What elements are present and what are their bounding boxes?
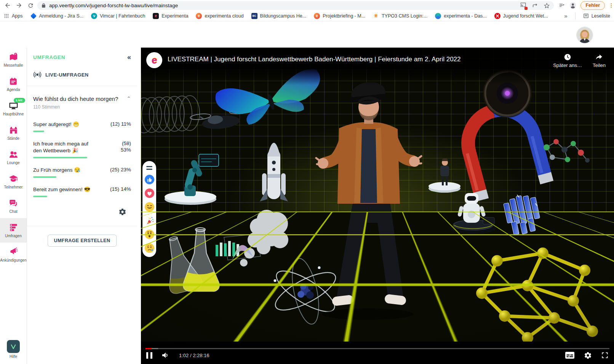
result-bar (33, 196, 47, 197)
tab-list-icon[interactable] (558, 2, 565, 8)
url-bar[interactable]: app.veertly.com/v/jugend-forscht-lw-bawu… (37, 1, 554, 10)
sidebar-item-staende[interactable]: Stände (0, 121, 27, 145)
wow-reaction-button[interactable] (144, 229, 155, 239)
bookmark-bildungscampus[interactable]: BCBildungscampus He... (251, 13, 307, 19)
scene-objects (141, 48, 614, 342)
polls-icon (9, 223, 18, 232)
like-reaction-button[interactable] (144, 174, 155, 185)
sad-reaction-button[interactable] (144, 243, 155, 253)
bookmark-star-icon[interactable] (544, 2, 550, 9)
share-button[interactable]: Teilen (593, 53, 606, 68)
booth-icon (9, 125, 18, 135)
lock-icon (41, 3, 46, 8)
settings-button[interactable] (584, 351, 592, 359)
collapse-panel-button[interactable]: « (127, 54, 131, 61)
sidebar-item-messehalle[interactable]: Messehalle (0, 48, 27, 72)
experimenta-cloud-favicon: e (196, 13, 202, 19)
sidebar-item-hauptbuehne[interactable]: LIVE Hauptbühne (0, 96, 27, 121)
robot-arm (165, 154, 219, 205)
clock-icon (563, 53, 572, 61)
navigation-rail: Messehalle Agenda LIVE Hauptbühne Stände… (0, 48, 27, 364)
flasks (158, 228, 219, 295)
bookmark-projektbriefing[interactable]: eProjektbriefing - M... (314, 13, 365, 19)
sidebar-item-teilnehmer[interactable]: Teilnehmer (0, 169, 27, 194)
reload-icon (27, 2, 34, 9)
volume-button[interactable] (161, 351, 170, 360)
experimenta-favicon: e (153, 13, 159, 19)
section-label: LIVE-UMFRAGEN (45, 72, 89, 78)
video-area: e LIVESTREAM | Jugend forscht Landeswett… (141, 48, 614, 364)
reading-list-button[interactable]: Leseliste (583, 13, 610, 19)
projektbriefing-favicon: e (314, 13, 320, 19)
poll-option[interactable]: Ich freue mich mega auf den Wettbewerb 🎉… (33, 140, 131, 158)
reactions-menu-icon[interactable] (146, 165, 152, 171)
sidebar-item-umfragen[interactable]: Umfragen (0, 218, 27, 243)
robot-rover (450, 193, 496, 234)
pause-button[interactable] (146, 352, 152, 359)
subtitles-button[interactable] (565, 351, 575, 359)
sidebar-item-chat[interactable]: Chat (0, 194, 27, 218)
webex-favicon (435, 13, 441, 19)
media-control-button[interactable] (520, 2, 526, 9)
app-header (0, 21, 614, 48)
people-icon (8, 150, 18, 159)
result-bar (33, 131, 44, 132)
megaphone-icon (8, 247, 18, 257)
reload-button[interactable] (26, 1, 35, 10)
back-button[interactable] (3, 1, 12, 10)
bookmark-typo3[interactable]: ✳TYPO3 CMS Login:... (373, 13, 427, 19)
party-reaction-button[interactable] (144, 216, 155, 226)
apps-label: Apps (12, 13, 23, 19)
bookmark-jugend-forscht[interactable]: Jugend forscht Wet... (494, 13, 548, 19)
chevron-up-icon[interactable]: ⌃ (126, 96, 131, 101)
laugh-reaction-button[interactable] (144, 202, 155, 212)
chrome-error-button[interactable]: Fehler (580, 1, 605, 10)
bookmark-experimenta[interactable]: eExperimenta (153, 13, 188, 19)
bookmark-experimenta-das[interactable]: experimenta - Das... (435, 13, 487, 19)
poll-option[interactable]: Super aufgeregt! 😬 (12)11% (33, 121, 131, 132)
veertly-logo-icon (7, 340, 20, 353)
create-poll-button[interactable]: UMFRAGE ERSTELLEN (48, 235, 117, 247)
bookmarks-separator (575, 13, 576, 19)
chrome-menu-button[interactable]: ⋮ (609, 5, 611, 6)
chat-icon (8, 198, 18, 208)
share-page-icon[interactable] (532, 2, 538, 9)
poll-option[interactable]: Bereit zum gewinnen! 😎 (15)14% (33, 186, 131, 197)
molecule (544, 139, 590, 163)
experimenta-logo-icon: e (152, 55, 157, 65)
poll-votes-count: 110 Stimmen (33, 104, 131, 110)
heart-reaction-button[interactable] (144, 188, 155, 198)
polls-panel: UMFRAGEN « LIVE-UMFRAGEN Wie fühlst du d… (27, 48, 137, 364)
bookmark-vimcar[interactable]: VVimcar | Fahrtenbuch (91, 13, 145, 19)
bookmarks-overflow-button[interactable]: » (564, 13, 567, 19)
bildungscampus-favicon: BC (251, 13, 257, 19)
video-player[interactable]: e LIVESTREAM | Jugend forscht Landeswett… (141, 48, 614, 342)
forward-button[interactable] (14, 1, 24, 10)
url-text: app.veertly.com/v/jugend-forscht-lw-bawu… (49, 3, 517, 8)
watch-later-button[interactable]: Später ans… (553, 53, 582, 68)
user-avatar[interactable] (577, 27, 593, 43)
fullscreen-button[interactable] (601, 351, 609, 359)
back-arrow-icon (4, 2, 11, 9)
typo3-favicon: ✳ (373, 13, 379, 19)
result-bar (33, 157, 87, 158)
sidebar-item-agenda[interactable]: Agenda (0, 72, 27, 96)
sidebar-item-hilfe[interactable]: Hilfe (0, 340, 27, 359)
poll-option[interactable]: Zu Früh morgens 😪 (25)23% (33, 167, 131, 178)
poll-settings-icon[interactable] (118, 208, 126, 216)
jira-favicon (30, 13, 36, 19)
video-title[interactable]: LIVESTREAM | Jugend forscht Landeswettbe… (168, 56, 548, 63)
bookmark-jira[interactable]: Anmeldung - Jira S... (30, 13, 84, 19)
apps-grid-icon (4, 13, 9, 19)
channel-avatar[interactable]: e (146, 52, 162, 68)
poll-card: Wie fühlst du dich heute morgen? ⌃ 110 S… (27, 86, 137, 216)
panel-title: UMFRAGEN (33, 54, 65, 60)
vimcar-favicon: V (91, 13, 97, 19)
crystals (502, 191, 542, 237)
apps-button[interactable]: Apps (4, 13, 23, 19)
sidebar-item-ankuendigungen[interactable]: Ankündigungen (0, 243, 27, 267)
profile-icon[interactable] (569, 2, 577, 9)
sidebar-item-lounge[interactable]: Lounge (0, 145, 27, 169)
bookmark-experimenta-cloud[interactable]: eexperimenta cloud (196, 13, 243, 19)
bookmarks-bar: Apps Anmeldung - Jira S... VVimcar | Fah… (0, 11, 614, 21)
